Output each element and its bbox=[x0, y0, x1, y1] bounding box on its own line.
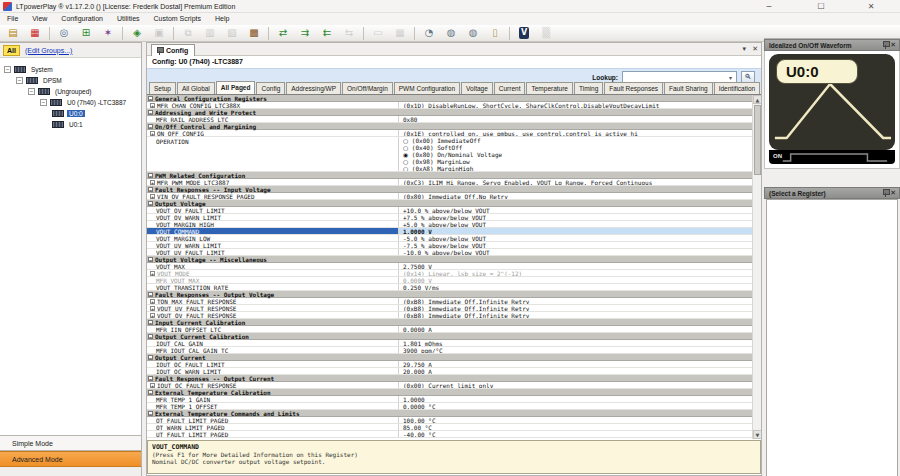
register-row-iout-cal-gain[interactable]: IOUT_CAL_GAIN1.801 mOhms bbox=[147, 340, 752, 347]
advanced-mode-button[interactable]: Advanced Mode bbox=[0, 451, 141, 467]
register-row-vout-uv-warn-limit[interactable]: VOUT_UV_WARN_LIMIT-7.5 % above/below VOU… bbox=[147, 242, 752, 249]
register-value-cell[interactable]: 0.0000 A bbox=[399, 326, 752, 332]
register-value-cell[interactable]: 1.0000 V bbox=[399, 228, 752, 234]
register-row-ot-warn-limit-paged[interactable]: OT_WARN_LIMIT_PAGED85.00 °C bbox=[147, 424, 752, 431]
expand-icon[interactable]: + bbox=[150, 383, 155, 388]
register-value-cell[interactable]: (0x14) Linear, lsb_size = 2^(-12) bbox=[399, 270, 752, 276]
section-row-pwm-related-configuration[interactable]: −PWM Related Configuration bbox=[147, 172, 752, 179]
section-row-input-current-calibration[interactable]: −Input Current Calibration bbox=[147, 319, 752, 326]
write-all-ram-button[interactable]: ◈ bbox=[127, 26, 147, 41]
register-row-ut-fault-limit-paged[interactable]: UT_FAULT_LIMIT_PAGED-40.00 °C bbox=[147, 431, 752, 438]
tab-list-dropdown-icon[interactable]: ▾ bbox=[743, 45, 747, 53]
pc-to-ram-button[interactable]: ⇄ bbox=[273, 26, 293, 41]
register-value-cell[interactable]: (0xB8) Immediate Off,Infinite_Retry bbox=[399, 305, 752, 311]
register-value-cell[interactable]: 3900 ppm/°C bbox=[399, 347, 752, 353]
register-row-vout-margin-high[interactable]: VOUT_MARGIN_HIGH+5.0 % above/below VOUT bbox=[147, 221, 752, 228]
tree-item-system[interactable]: −System bbox=[0, 64, 141, 75]
expand-icon[interactable]: + bbox=[150, 306, 155, 311]
tree-item-dpsm[interactable]: −DPSM bbox=[0, 75, 141, 86]
collapse-icon[interactable]: − bbox=[148, 187, 153, 192]
expand-icon[interactable]: + bbox=[150, 103, 155, 108]
store-fault-log-button[interactable]: ▩ bbox=[244, 26, 264, 41]
register-value-cell[interactable]: -7.5 % above/below VOUT bbox=[399, 242, 752, 248]
register-row-operation[interactable]: OPERATION○ (0x00) ImmediateOff○ (0x40) S… bbox=[147, 137, 752, 172]
register-value-cell[interactable]: +10.0 % above/below VOUT bbox=[399, 207, 752, 213]
section-row-output-voltage-miscellaneous[interactable]: −Output Voltage -- Miscellaneous bbox=[147, 256, 752, 263]
close-icon[interactable]: ✕ bbox=[889, 41, 897, 49]
expand-icon[interactable]: + bbox=[150, 299, 155, 304]
scope-view-button[interactable]: ◍ bbox=[441, 26, 461, 41]
register-value-cell[interactable]: (0xB8) Immediate Off,Infinite_Retry bbox=[399, 298, 752, 304]
tab-fault-sharing[interactable]: Fault Sharing bbox=[664, 82, 713, 94]
menu-utilities[interactable]: Utilities bbox=[110, 13, 147, 25]
tab-all-global[interactable]: All Global bbox=[177, 82, 215, 94]
collapse-icon[interactable]: − bbox=[148, 334, 153, 339]
radio-option-on-nominal-voltage[interactable]: ◉ (0x80) On/Nominal Voltage bbox=[403, 151, 502, 158]
register-row-ton-max-fault-response[interactable]: +TON_MAX_FAULT_RESPONSE(0xB8) Immediate … bbox=[147, 298, 752, 305]
collapse-icon[interactable]: − bbox=[148, 110, 153, 115]
ram-to-nvm-button[interactable]: ⇉ bbox=[295, 26, 315, 41]
expand-icon[interactable]: + bbox=[150, 180, 155, 185]
tree-item-u0-0[interactable]: U0:0 bbox=[0, 108, 141, 119]
tab-fault-responses[interactable]: Fault Responses bbox=[604, 82, 663, 94]
menu-file[interactable]: File bbox=[0, 13, 25, 25]
collapse-icon[interactable]: − bbox=[148, 376, 153, 381]
section-row-fault-responses-output-voltage[interactable]: −Fault Responses -- Output Voltage bbox=[147, 291, 752, 298]
scroll-thumb[interactable] bbox=[754, 105, 761, 175]
tree-item-ungrouped[interactable]: −(Ungrouped) bbox=[0, 86, 141, 97]
register-value-cell[interactable]: -40.00 °C bbox=[399, 431, 752, 437]
tree-item-u0-7h40-ltc3887[interactable]: −U0 (7h40) -LTC3887 bbox=[0, 97, 141, 108]
register-row-vout-ov-fault-limit[interactable]: VOUT_OV_FAULT_LIMIT+10.0 % above/below V… bbox=[147, 207, 752, 214]
menu-help[interactable]: Help bbox=[208, 13, 236, 25]
scope-view-2-button[interactable]: ◍ bbox=[463, 26, 483, 41]
register-row-mfr-vout-max[interactable]: MFR_VOUT_MAX0.0000 V bbox=[147, 277, 752, 284]
tab-setup[interactable]: Setup bbox=[149, 82, 176, 94]
config-wizard-button[interactable]: ✶ bbox=[98, 26, 118, 41]
radio-option-softoff[interactable]: ○ (0x40) SoftOff bbox=[403, 144, 462, 151]
open-project-button[interactable]: ▤ bbox=[3, 26, 23, 41]
section-row-fault-responses-output-current[interactable]: −Fault Responses -- Output Current bbox=[147, 375, 752, 382]
register-value-cell[interactable]: 2.7500 V bbox=[399, 263, 752, 269]
register-value-cell[interactable]: (0xC3) ILIM Hi Range, Servo Enabled, VOU… bbox=[399, 179, 752, 185]
expand-icon[interactable]: + bbox=[150, 131, 155, 136]
tab-current[interactable]: Current bbox=[494, 82, 526, 94]
register-value-cell[interactable]: 1.0000 bbox=[399, 396, 752, 402]
find-button[interactable]: ◎ bbox=[54, 26, 74, 41]
tab-timing[interactable]: Timing bbox=[574, 82, 603, 94]
expand-icon[interactable]: + bbox=[150, 313, 155, 318]
register-value-cell[interactable]: 0.0000 V bbox=[399, 277, 752, 283]
menu-custom-scripts[interactable]: Custom Scripts bbox=[147, 13, 208, 25]
expand-icon[interactable]: + bbox=[150, 271, 155, 276]
tab-voltage[interactable]: Voltage bbox=[461, 82, 493, 94]
section-row-addressing-and-write-protect[interactable]: −Addressing and Write Protect bbox=[147, 109, 752, 116]
register-row-mfr-iout-cal-gain-tc[interactable]: MFR_IOUT_CAL_GAIN_TC3900 ppm/°C bbox=[147, 347, 752, 354]
collapse-icon[interactable]: − bbox=[148, 411, 153, 416]
collapse-icon[interactable]: − bbox=[148, 173, 153, 178]
verilog-export-button[interactable]: V bbox=[514, 26, 534, 41]
register-row-on-off-config[interactable]: +ON_OFF_CONFIG(0x1E) controlled_on, use_… bbox=[147, 130, 752, 137]
register-row-vout-max[interactable]: VOUT_MAX2.7500 V bbox=[147, 263, 752, 270]
register-value-cell[interactable]: 0.0000 °C bbox=[399, 403, 752, 409]
table-scrollbar[interactable]: ▲ ▼ bbox=[752, 95, 761, 439]
register-value-cell[interactable]: (0x1D) DisableRunLow, ShortCycle, ShareC… bbox=[399, 102, 752, 108]
register-row-vout-uv-fault-response[interactable]: +VOUT_UV_FAULT_RESPONSE(0xB8) Immediate … bbox=[147, 305, 752, 312]
tree-item-u0-1[interactable]: U0:1 bbox=[0, 119, 141, 130]
section-row-output-current[interactable]: −Output Current bbox=[147, 354, 752, 361]
tab-close-icon[interactable]: ✕ bbox=[752, 45, 758, 53]
collapse-icon[interactable]: − bbox=[148, 96, 153, 101]
tab-on-off-margin[interactable]: On/Off/Margin bbox=[342, 82, 393, 94]
waveform-panel-titlebar[interactable]: Idealized On/Off Waveform ✕ bbox=[764, 39, 900, 51]
edit-groups-link[interactable]: (Edit Groups...) bbox=[25, 47, 72, 54]
register-row-iout-oc-fault-limit[interactable]: IOUT_OC_FAULT_LIMIT29.750 A bbox=[147, 361, 752, 368]
save-project-button[interactable]: ▦ bbox=[25, 26, 45, 41]
register-value-cell[interactable]: 29.750 A bbox=[399, 361, 752, 367]
maximize-button[interactable]: ☐ bbox=[812, 1, 830, 12]
section-row-on-off-control-and-margining[interactable]: −On/Off Control and Margining bbox=[147, 123, 752, 130]
register-value-cell[interactable]: +7.5 % above/below VOUT bbox=[399, 214, 752, 220]
radio-option-marginlow[interactable]: ○ (0x98) MarginLow bbox=[403, 158, 470, 165]
register-value-cell[interactable]: 0x80 bbox=[399, 116, 752, 122]
radio-option-marginhigh[interactable]: ○ (0xA8) MarginHigh bbox=[403, 165, 473, 171]
collapse-icon[interactable]: − bbox=[148, 257, 153, 262]
close-button[interactable]: ✕ bbox=[862, 1, 880, 12]
tree-collapse-icon[interactable]: − bbox=[4, 66, 11, 73]
